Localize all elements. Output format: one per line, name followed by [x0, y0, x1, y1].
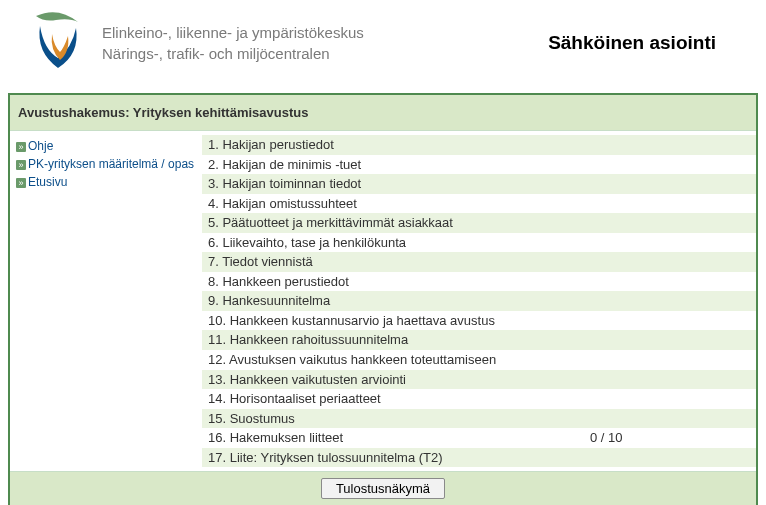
- org-line-2: Närings-, trafik- och miljöcentralen: [102, 43, 548, 64]
- list-item[interactable]: 8. Hankkeen perustiedot: [202, 272, 756, 292]
- list-item[interactable]: 9. Hankesuunnitelma: [202, 291, 756, 311]
- sidebar-item-help[interactable]: »Ohje: [16, 137, 196, 155]
- list-item[interactable]: 5. Päätuotteet ja merkittävimmät asiakka…: [202, 213, 756, 233]
- chevron-icon: »: [16, 142, 26, 152]
- header: Elinkeino-, liikenne- ja ympäristökeskus…: [0, 0, 766, 85]
- list-item[interactable]: 14. Horisontaaliset periaatteet: [202, 389, 756, 409]
- list-item[interactable]: 10. Hankkeen kustannusarvio ja haettava …: [202, 311, 756, 331]
- list-item[interactable]: 3. Hakijan toiminnan tiedot: [202, 174, 756, 194]
- list-item[interactable]: 13. Hankkeen vaikutusten arviointi: [202, 370, 756, 390]
- chevron-icon: »: [16, 160, 26, 170]
- form-title: Avustushakemus: Yrityksen kehittämisavus…: [10, 95, 756, 130]
- sidebar-link[interactable]: Ohje: [28, 139, 53, 153]
- main-container: Avustushakemus: Yrityksen kehittämisavus…: [8, 93, 758, 505]
- list-item[interactable]: 12. Avustuksen vaikutus hankkeen toteutt…: [202, 350, 756, 370]
- list-item[interactable]: 7. Tiedot viennistä: [202, 252, 756, 272]
- list-item[interactable]: 16. Hakemuksen liitteet 0 / 10: [202, 428, 756, 448]
- list-item[interactable]: 1. Hakijan perustiedot: [202, 135, 756, 155]
- org-line-1: Elinkeino-, liikenne- ja ympäristökeskus: [102, 22, 548, 43]
- list-item[interactable]: 15. Suostumus: [202, 409, 756, 429]
- app-title: Sähköinen asiointi: [548, 32, 746, 54]
- list-item[interactable]: 11. Hankkeen rahoitussuunnitelma: [202, 330, 756, 350]
- chevron-icon: »: [16, 178, 26, 188]
- org-name: Elinkeino-, liikenne- ja ympäristökeskus…: [102, 22, 548, 64]
- list-item[interactable]: 6. Liikevaihto, tase ja henkilökunta: [202, 233, 756, 253]
- sidebar-link[interactable]: Etusivu: [28, 175, 67, 189]
- footer: Tulostusnäkymä: [10, 472, 756, 505]
- list-item[interactable]: 17. Liite: Yrityksen tulossuunnitelma (T…: [202, 448, 756, 468]
- logo: [30, 10, 88, 75]
- sidebar: »Ohje »PK-yrityksen määritelmä / opas »E…: [10, 131, 202, 471]
- sidebar-item-guide[interactable]: »PK-yrityksen määritelmä / opas: [16, 155, 196, 173]
- sidebar-item-home[interactable]: »Etusivu: [16, 173, 196, 191]
- sidebar-link[interactable]: PK-yrityksen määritelmä / opas: [28, 157, 194, 171]
- section-list: 1. Hakijan perustiedot 2. Hakijan de min…: [202, 131, 756, 471]
- list-item[interactable]: 4. Hakijan omistussuhteet: [202, 194, 756, 214]
- list-item[interactable]: 2. Hakijan de minimis -tuet: [202, 155, 756, 175]
- attachment-count: 0 / 10: [540, 429, 750, 447]
- print-view-button[interactable]: Tulostusnäkymä: [321, 478, 445, 499]
